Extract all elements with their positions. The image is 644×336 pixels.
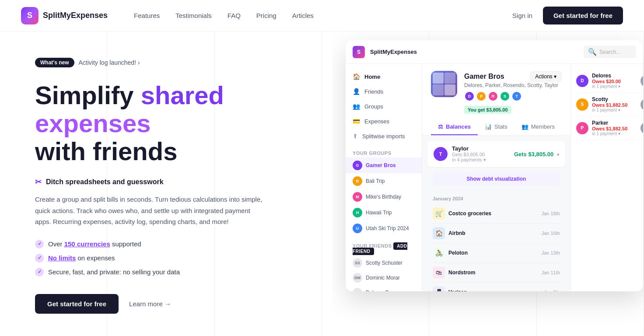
currencies-link[interactable]: 150 currencies (64, 240, 110, 248)
no-limits-link[interactable]: No limits (48, 254, 76, 262)
group-avatar-gamer-bros: G (353, 161, 362, 170)
nav-cta-button[interactable]: Get started for free (543, 7, 623, 24)
sidebar-expenses-label: Expenses (364, 118, 389, 125)
app-search[interactable]: 🔍 Search... (584, 46, 636, 58)
headline-shared: shared (141, 81, 224, 109)
right-photo-parker: P (640, 122, 643, 134)
hero-content: What's new Activity log launched! › Simp… (0, 32, 644, 336)
photo-cell-1 (433, 73, 444, 84)
balance-sub-taylor: Gets $3,805.00 (452, 152, 486, 157)
right-person-scotty: S Scotty Owes $1,882.50 in 1 payment ▾ (576, 96, 627, 112)
balances-content: T Taylor Gets $3,805.00 in 4 payments ▾ (422, 136, 570, 291)
right-amount-scotty: Owes $1,882.50 (592, 102, 627, 108)
brand-name: SplitMyExpenses (43, 11, 108, 20)
group-hawaii[interactable]: H Hawaii Trip (346, 205, 422, 220)
stats-tab-icon: 📊 (485, 123, 492, 130)
balance-amount-taylor: Gets $3,805.00 ▾ (514, 151, 559, 158)
expense-icon-verizon: 📱 (433, 286, 445, 291)
right-person-delores: D Delores Owes $20.00 in 1 payment ▾ (576, 73, 621, 89)
tab-balances[interactable]: ⚖ Balances (431, 119, 478, 135)
group-bali[interactable]: B Bali Trip (346, 173, 422, 189)
sidebar-friends[interactable]: 👤 Friends (346, 84, 422, 99)
group-photo (431, 71, 457, 97)
group-hawaii-label: Hawaii Trip (366, 210, 392, 216)
right-payment-delores: in 1 payment ▾ (592, 84, 621, 89)
right-name-parker: Parker (592, 120, 627, 126)
right-payment-parker: in 1 payment ▾ (592, 131, 627, 136)
right-balance-parker: P Parker Owes $1,882.50 in 1 payment ▾ P (576, 116, 643, 140)
group-avatar-bali: B (353, 176, 362, 186)
checklist-item-currencies: Over 150 currencies supported (35, 240, 306, 248)
sidebar-splitwise[interactable]: ⬆ Splitwise imports (346, 129, 422, 144)
nav-testimonials[interactable]: Testimonials (175, 12, 212, 19)
expense-peloton: 🚴 Peloton Jan 13th (433, 243, 560, 263)
right-name-scotty: Scotty (592, 96, 627, 102)
photo-cell-4 (444, 84, 455, 95)
friend-delores[interactable]: DP Delores Prosacco (346, 285, 422, 291)
navbar: S SplitMyExpenses Features Testimonials … (0, 0, 644, 32)
home-icon: 🏠 (353, 73, 360, 80)
hero-cta-button[interactable]: Get started for free (35, 294, 119, 314)
check-icon-secure (35, 268, 44, 276)
hero-right: S SplitMyExpenses 🔍 Search... 🏠 Home (332, 32, 644, 336)
member-av-4: S (500, 91, 510, 102)
hero-left: What's new Activity log launched! › Simp… (0, 32, 332, 336)
nav-pricing[interactable]: Pricing (256, 12, 276, 19)
friends-icon: 👤 (353, 88, 360, 95)
headline-line2: with friends (35, 137, 306, 165)
group-photo-grid (433, 73, 455, 95)
expenses-section: January 2024 🛒 Costco groceries Jan 18th… (427, 191, 565, 291)
sidebar-groups[interactable]: 👥 Groups (346, 99, 422, 114)
expense-name-costco: Costco groceries (448, 210, 538, 217)
feature-checklist: Over 150 currencies supported No limits … (35, 240, 306, 276)
friend-avatar-dominic: DM (353, 273, 362, 283)
sidebar-expenses[interactable]: 💳 Expenses (346, 114, 422, 129)
month-header: January 2024 (433, 194, 560, 204)
feature-description: Create a group and split bills in second… (35, 194, 262, 228)
balance-person-taylor: T Taylor Gets $3,805.00 in 4 payments ▾ (434, 145, 486, 163)
friend-avatar-delores: DP (353, 288, 362, 291)
right-info-scotty: Scotty Owes $1,882.50 in 1 payment ▾ (592, 96, 627, 112)
expense-name-airbnb: Airbnb (448, 230, 538, 236)
right-balance-delores: D Delores Owes $20.00 in 1 payment ▾ D (576, 69, 643, 93)
checklist-item-limits: No limits on expenses (35, 254, 306, 262)
right-avatar-scotty: S (576, 98, 588, 111)
group-gamer-bros[interactable]: G Gamer Bros (346, 158, 422, 173)
group-avatar-hawaii: H (353, 208, 362, 217)
group-utah[interactable]: U Utah Ski Trip 2024 (346, 220, 422, 236)
member-av-1: D (464, 91, 475, 102)
nav-faq[interactable]: FAQ (228, 12, 241, 19)
expense-icon-airbnb: 🏠 (433, 227, 445, 239)
nav-features[interactable]: Features (134, 12, 160, 19)
checklist-secure-text: Secure, fast, and private: no selling yo… (48, 268, 180, 276)
sidebar-friends-label: Friends (364, 88, 383, 95)
cta-row: Get started for free Learn more → (35, 294, 306, 314)
learn-more-link[interactable]: Learn more → (129, 300, 171, 308)
group-birthday[interactable]: M Mike's Birthday (346, 189, 422, 205)
group-birthday-label: Mike's Birthday (366, 194, 401, 200)
expenses-icon: 💳 (353, 118, 360, 125)
friend-dominic[interactable]: DM Dominic Morar (346, 270, 422, 285)
sidebar-home[interactable]: 🏠 Home (346, 69, 422, 84)
app-mockup: S SplitMyExpenses 🔍 Search... 🏠 Home (346, 40, 643, 291)
actions-button[interactable]: Actions ▾ (530, 71, 562, 82)
check-icon-limits (35, 254, 44, 262)
feature-heading-text: Ditch spreadsheets and guesswork (46, 178, 164, 186)
show-debt-viz-button[interactable]: Show debt visualization (433, 172, 560, 186)
expense-date-peloton: Jan 13th (542, 250, 560, 256)
search-placeholder: Search... (599, 49, 620, 55)
sign-in-link[interactable]: Sign in (512, 12, 532, 19)
right-name-delores: Delores (592, 73, 621, 79)
right-person-parker: P Parker Owes $1,882.50 in 1 payment ▾ (576, 120, 627, 136)
tab-stats[interactable]: 📊 Stats (478, 119, 514, 135)
nav-articles[interactable]: Articles (292, 12, 314, 19)
sidebar-home-label: Home (364, 74, 380, 80)
logo-link[interactable]: S SplitMyExpenses (21, 7, 108, 24)
friend-scotty[interactable]: SS Scotty Schuster (346, 256, 422, 270)
tab-members[interactable]: 👥 Members (514, 119, 562, 135)
nav-links: Features Testimonials FAQ Pricing Articl… (134, 12, 314, 20)
groups-icon: 👥 (353, 103, 360, 110)
sidebar-splitwise-label: Splitwise imports (362, 133, 405, 140)
balance-tab-icon: ⚖ (438, 123, 443, 130)
group-header: Gamer Bros Actions ▾ Delores, Parker, Ro… (422, 64, 570, 136)
